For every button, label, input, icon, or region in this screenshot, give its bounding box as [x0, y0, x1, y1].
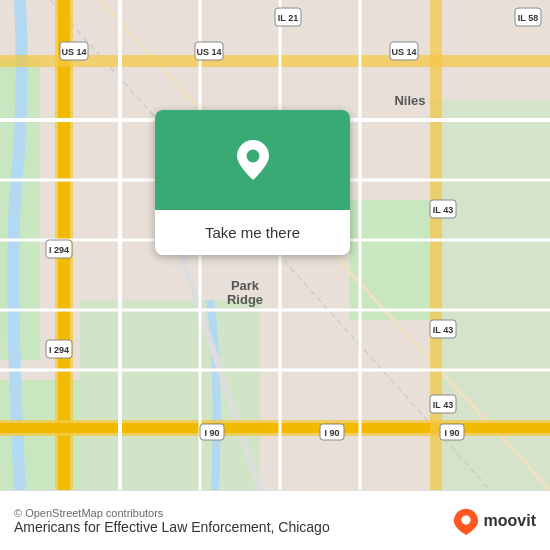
svg-text:US 14: US 14 [196, 47, 221, 57]
svg-text:Park: Park [231, 278, 260, 293]
svg-rect-14 [430, 0, 442, 490]
map-container: US 14 US 14 US 14 IL 21 IL 58 IL 43 IL 4… [0, 0, 550, 490]
svg-point-53 [246, 150, 259, 163]
svg-rect-12 [0, 423, 550, 433]
svg-text:I 294: I 294 [49, 345, 69, 355]
svg-text:I 90: I 90 [444, 428, 459, 438]
svg-text:IL 43: IL 43 [433, 205, 453, 215]
svg-rect-4 [80, 300, 260, 490]
popup-card: Take me there [155, 110, 350, 255]
svg-rect-2 [350, 200, 430, 320]
svg-text:US 14: US 14 [61, 47, 86, 57]
moovit-text: moovit [484, 512, 536, 530]
location-title: Americans for Effective Law Enforcement,… [14, 519, 330, 535]
svg-text:US 14: US 14 [391, 47, 416, 57]
footer-left: © OpenStreetMap contributors Americans f… [14, 507, 330, 535]
svg-text:I 90: I 90 [204, 428, 219, 438]
svg-text:Niles: Niles [394, 93, 425, 108]
svg-text:I 90: I 90 [324, 428, 339, 438]
svg-text:IL 43: IL 43 [433, 400, 453, 410]
svg-text:IL 21: IL 21 [278, 13, 298, 23]
footer-bar: © OpenStreetMap contributors Americans f… [0, 490, 550, 550]
svg-text:IL 58: IL 58 [518, 13, 538, 23]
popup-button-section: Take me there [155, 210, 350, 255]
popup-map-section [155, 110, 350, 210]
svg-point-54 [461, 515, 470, 524]
location-pin-icon [233, 140, 273, 180]
copyright-text: © OpenStreetMap contributors [14, 507, 330, 519]
take-me-there-button[interactable]: Take me there [193, 220, 312, 245]
moovit-icon [452, 507, 480, 535]
svg-text:IL 43: IL 43 [433, 325, 453, 335]
moovit-logo[interactable]: moovit [452, 507, 536, 535]
svg-text:I 294: I 294 [49, 245, 69, 255]
svg-text:Ridge: Ridge [227, 292, 263, 307]
